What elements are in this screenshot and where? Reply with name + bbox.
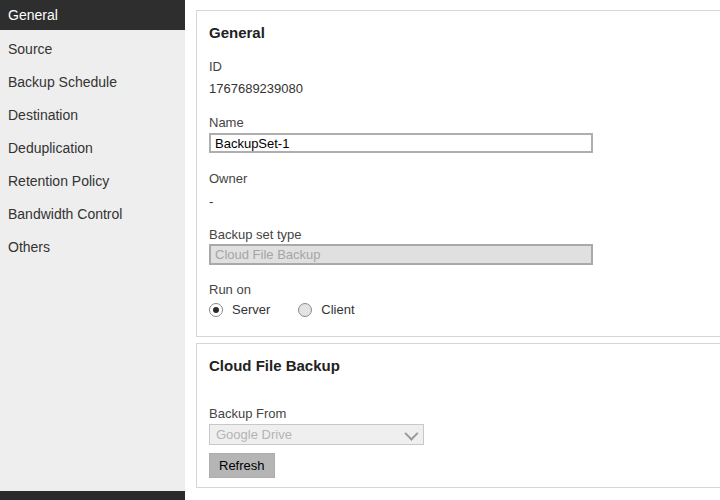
refresh-button[interactable]: Refresh (209, 453, 275, 478)
run-on-label: Run on (209, 282, 251, 297)
sidebar-bottom-bar (0, 491, 185, 500)
backup-set-type-label: Backup set type (209, 227, 302, 242)
sidebar-item-others[interactable]: Others (0, 231, 185, 264)
backup-from-selected-value: Google Drive (216, 427, 405, 442)
general-panel-title: General (209, 24, 265, 42)
sidebar-item-retention-policy[interactable]: Retention Policy (0, 165, 185, 198)
sidebar-menu: GeneralSourceBackup ScheduleDestinationD… (0, 0, 185, 264)
chevron-down-icon (404, 426, 418, 440)
id-label: ID (209, 59, 222, 74)
cloud-file-backup-panel: Cloud File Backup Backup From Google Dri… (196, 343, 720, 488)
general-panel: General ID 1767689239080 Name Owner - Ba… (196, 10, 720, 337)
sidebar: GeneralSourceBackup ScheduleDestinationD… (0, 0, 185, 500)
run-on-client-label: Client (321, 302, 354, 317)
run-on-radio-group: Server Client (209, 302, 355, 317)
sidebar-item-bandwidth-control[interactable]: Bandwidth Control (0, 198, 185, 231)
backup-from-select: Google Drive (209, 424, 424, 445)
run-on-client-radio[interactable] (298, 303, 312, 317)
run-on-server-radio[interactable] (209, 303, 223, 317)
backup-from-label: Backup From (209, 406, 286, 421)
cloud-panel-title: Cloud File Backup (209, 357, 340, 375)
sidebar-item-backup-schedule[interactable]: Backup Schedule (0, 66, 185, 99)
sidebar-item-destination[interactable]: Destination (0, 99, 185, 132)
sidebar-item-source[interactable]: Source (0, 33, 185, 66)
owner-label: Owner (209, 171, 247, 186)
owner-value: - (209, 194, 213, 209)
name-input[interactable] (209, 133, 593, 153)
run-on-server-label: Server (232, 302, 270, 317)
sidebar-item-deduplication[interactable]: Deduplication (0, 132, 185, 165)
name-label: Name (209, 115, 244, 130)
id-value: 1767689239080 (209, 81, 303, 96)
sidebar-item-general[interactable]: General (0, 0, 185, 30)
backup-set-type-field (209, 244, 593, 265)
